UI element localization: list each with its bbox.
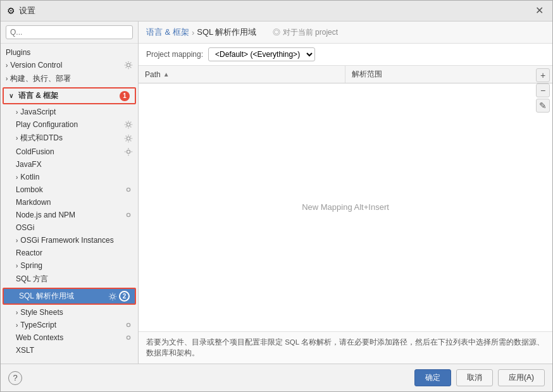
breadcrumb-current: SQL 解析作用域 <box>197 27 256 38</box>
table-area: Path ▲ 解析范围 New Mapping Alt+Insert + − ✎ <box>139 66 552 331</box>
sidebar-item-coldfusion[interactable]: ColdFusion <box>1 145 138 158</box>
breadcrumb-separator: › <box>192 28 194 37</box>
svg-point-1 <box>127 123 130 126</box>
sidebar-item-schemas-dtds[interactable]: › 模式和DTDs <box>1 131 138 145</box>
sql-resolution-scope-container: SQL 解析作用域 2 <box>3 288 136 305</box>
arrow-icon: › <box>6 62 8 69</box>
sidebar-item-osgi-framework[interactable]: › OSGi Framework Instances <box>1 234 138 247</box>
sidebar-item-xslt[interactable]: XSLT <box>1 344 138 357</box>
settings-icon <box>124 147 133 156</box>
sidebar-list: Plugins › Version Control › 构建、执行、部署 ∨ <box>1 44 138 364</box>
cancel-button[interactable]: 取消 <box>456 369 493 386</box>
panel-toolbar: Project mapping: <Default> (<Everything>… <box>139 44 552 66</box>
svg-point-5 <box>127 213 130 216</box>
arrow-icon: › <box>16 135 18 142</box>
settings-icon <box>124 321 133 329</box>
right-panel: 语言 & 框架 › SQL 解析作用域 ◎ 对于当前 project Proje… <box>139 21 552 364</box>
svg-point-0 <box>127 63 130 66</box>
context-link: ◎ 对于当前 project <box>273 27 338 38</box>
svg-point-7 <box>127 323 130 326</box>
ok-button[interactable]: 确定 <box>414 369 451 386</box>
remove-button[interactable]: − <box>536 83 550 97</box>
col-scope: 解析范围 <box>345 66 552 83</box>
svg-point-4 <box>127 188 130 191</box>
sidebar-item-javafx[interactable]: JavaFX <box>1 158 138 171</box>
arrow-icon: › <box>16 322 18 329</box>
sidebar-item-sql-dialects[interactable]: SQL 方言 <box>1 272 138 286</box>
apply-button[interactable]: 应用(A) <box>498 369 545 386</box>
arrow-icon: › <box>16 174 18 181</box>
settings-icon <box>124 211 133 219</box>
sidebar-item-play-configuration[interactable]: Play Configuration <box>1 118 138 131</box>
arrow-icon: › <box>16 237 18 244</box>
svg-point-8 <box>127 336 130 339</box>
sidebar-item-reactor[interactable]: Reactor <box>1 247 138 259</box>
footer-right: 确定 取消 应用(A) <box>414 369 545 386</box>
help-button[interactable]: ? <box>8 371 22 385</box>
sidebar-item-nodejs[interactable]: Node.js and NPM <box>1 209 138 221</box>
arrow-icon: › <box>16 262 18 269</box>
search-box <box>1 21 138 44</box>
sidebar-item-javascript[interactable]: › JavaScript <box>1 106 138 118</box>
arrow-icon: › <box>16 309 18 316</box>
sidebar-item-lang-framework[interactable]: ∨ 语言 & 框架 1 <box>4 89 135 103</box>
title-bar: ⚙ 设置 ✕ <box>1 1 552 21</box>
add-button[interactable]: + <box>536 68 550 82</box>
lang-framework-group: ∨ 语言 & 框架 1 <box>3 87 136 104</box>
table-header: Path ▲ 解析范围 <box>139 66 552 83</box>
dialog-title: 设置 <box>19 5 35 16</box>
settings-icon <box>124 134 133 143</box>
sidebar-item-web-contexts[interactable]: Web Contexts <box>1 331 138 344</box>
svg-point-2 <box>127 137 130 140</box>
breadcrumb-parent[interactable]: 语言 & 框架 <box>146 27 189 38</box>
expand-arrow-icon: ∨ <box>9 92 13 99</box>
table-empty-hint: New Mapping Alt+Insert <box>139 83 552 331</box>
sidebar-item-lombok[interactable]: Lombok <box>1 183 138 196</box>
sidebar-item-kotlin[interactable]: › Kotlin <box>1 171 138 183</box>
sidebar-item-version-control[interactable]: › Version Control <box>1 59 138 71</box>
edit-button[interactable]: ✎ <box>536 99 550 113</box>
panel-header: 语言 & 框架 › SQL 解析作用域 ◎ 对于当前 project <box>139 21 552 44</box>
bottom-note: 若要为文件、目录或整个项目配置非限定 SQL 名称解析，请在必要时添加路径，然后… <box>139 331 552 364</box>
project-mapping-label: Project mapping: <box>146 50 203 59</box>
sidebar-item-sql-resolution-scope[interactable]: SQL 解析作用域 2 <box>4 289 135 303</box>
sidebar-item-spring[interactable]: › Spring <box>1 259 138 272</box>
footer-left: ? <box>8 371 22 385</box>
settings-icon <box>124 185 133 194</box>
project-mapping-select[interactable]: <Default> (<Everything>) <box>208 47 315 61</box>
svg-point-3 <box>127 150 130 153</box>
arrow-icon: › <box>6 75 8 82</box>
col-path: Path ▲ <box>139 66 345 83</box>
settings-icon <box>124 61 133 70</box>
settings-icon <box>124 120 133 129</box>
sidebar-item-build[interactable]: › 构建、执行、部署 <box>1 71 138 86</box>
settings-icon <box>108 292 117 301</box>
app-icon: ⚙ <box>7 6 15 16</box>
search-input[interactable] <box>6 25 133 39</box>
settings-dialog: ⚙ 设置 ✕ Plugins › Version Control <box>0 0 553 392</box>
sidebar: Plugins › Version Control › 构建、执行、部署 ∨ <box>1 21 139 364</box>
side-buttons: + − ✎ <box>533 66 552 115</box>
badge-1: 1 <box>120 91 130 101</box>
sidebar-item-osgi[interactable]: OSGi <box>1 221 138 234</box>
arrow-icon: › <box>16 109 18 116</box>
main-content: Plugins › Version Control › 构建、执行、部署 ∨ <box>1 21 552 364</box>
badge-2: 2 <box>119 291 130 302</box>
breadcrumb: 语言 & 框架 › SQL 解析作用域 <box>146 27 256 38</box>
sidebar-item-style-sheets[interactable]: › Style Sheets <box>1 306 138 319</box>
sidebar-item-plugins[interactable]: Plugins <box>1 46 138 59</box>
settings-icon <box>124 333 133 342</box>
close-button[interactable]: ✕ <box>533 4 546 17</box>
sidebar-item-typescript[interactable]: › TypeScript <box>1 319 138 331</box>
svg-point-6 <box>111 295 114 298</box>
footer: ? 确定 取消 应用(A) <box>1 364 552 391</box>
sidebar-item-markdown[interactable]: Markdown <box>1 196 138 209</box>
title-bar-left: ⚙ 设置 <box>7 5 35 16</box>
sort-asc-icon: ▲ <box>163 71 170 78</box>
